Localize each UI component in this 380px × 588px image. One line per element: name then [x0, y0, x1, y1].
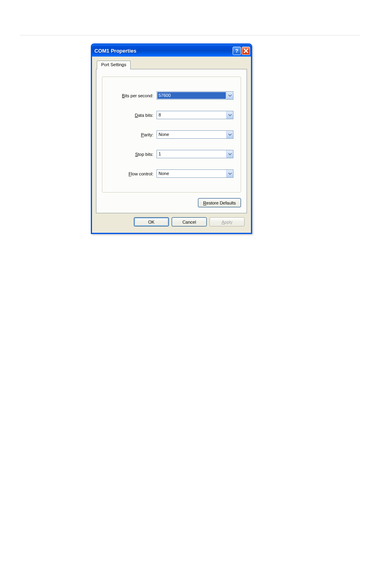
chevron-down-icon: [228, 114, 232, 116]
combo-parity-value: None: [157, 131, 226, 138]
label-stop-bits: Stop bits:: [110, 152, 157, 157]
chevron-down-icon: [228, 173, 232, 175]
row-stop-bits: Stop bits: 1: [110, 150, 233, 158]
combo-stop-bits-arrow[interactable]: [226, 150, 233, 158]
close-button[interactable]: [242, 47, 250, 55]
combo-data-bits-value: 8: [157, 111, 226, 119]
combo-bits-per-second-arrow[interactable]: [226, 92, 233, 99]
combo-data-bits-arrow[interactable]: [226, 111, 233, 119]
row-data-bits: Data bits: 8: [110, 111, 233, 119]
titlebar[interactable]: COM1 Properties ?: [92, 45, 251, 57]
combo-parity[interactable]: None: [157, 130, 233, 139]
combo-data-bits[interactable]: 8: [157, 111, 233, 119]
combo-stop-bits[interactable]: 1: [157, 150, 233, 158]
combo-bits-per-second-value: 57600: [157, 92, 226, 99]
row-parity: Parity: None: [110, 130, 233, 139]
help-button[interactable]: ?: [233, 47, 241, 55]
combo-flow-control[interactable]: None: [157, 169, 233, 178]
help-icon: ?: [235, 48, 239, 54]
combo-bits-per-second[interactable]: 57600: [157, 91, 233, 100]
label-flow-control: Flow control:: [110, 171, 157, 176]
window-title: COM1 Properties: [94, 48, 233, 54]
cancel-button[interactable]: Cancel: [172, 217, 207, 226]
dialog-button-row: OK Cancel Apply: [96, 213, 247, 228]
tabstrip: Port Settings: [96, 61, 247, 69]
restore-defaults-button[interactable]: Restore Defaults: [198, 198, 241, 207]
row-flow-control: Flow control: None: [110, 169, 233, 178]
chevron-down-icon: [228, 153, 232, 155]
tab-panel: Bits per second: 57600 Data bits:: [96, 69, 247, 213]
label-data-bits: Data bits:: [110, 113, 157, 118]
apply-button[interactable]: Apply: [210, 217, 245, 226]
tab-port-settings[interactable]: Port Settings: [97, 61, 131, 69]
restore-row: Restore Defaults: [102, 198, 241, 207]
horizontal-rule: [20, 35, 360, 35]
dialog-body: Port Settings Bits per second: 57600: [92, 57, 251, 233]
combo-stop-bits-value: 1: [157, 150, 226, 158]
chevron-down-icon: [228, 94, 232, 97]
chevron-down-icon: [228, 134, 232, 136]
com1-properties-dialog: COM1 Properties ? Port Settings: [91, 43, 252, 234]
label-bits-per-second: Bits per second:: [110, 93, 157, 98]
ok-button[interactable]: OK: [134, 217, 169, 226]
combo-flow-control-value: None: [157, 170, 226, 177]
settings-group: Bits per second: 57600 Data bits:: [102, 77, 241, 193]
row-bits-per-second: Bits per second: 57600: [110, 91, 233, 100]
close-icon: [244, 49, 248, 53]
combo-parity-arrow[interactable]: [226, 131, 233, 138]
titlebar-buttons: ?: [233, 47, 250, 55]
label-parity: Parity:: [110, 132, 157, 137]
combo-flow-control-arrow[interactable]: [226, 170, 233, 177]
